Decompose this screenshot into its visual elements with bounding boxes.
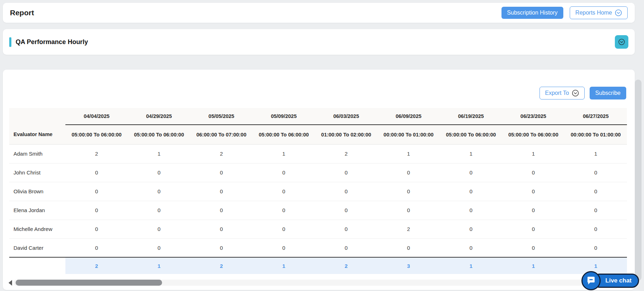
total-cell: 2: [315, 257, 377, 274]
reports-home-label: Reports Home: [575, 10, 612, 16]
value-cell: 0: [253, 163, 315, 182]
value-cell: 0: [502, 163, 565, 182]
report-panel: Export To Subscribe 04/04/202504/29/2025…: [3, 70, 635, 290]
subscription-history-button[interactable]: Subscription History: [501, 7, 563, 19]
value-cell: 0: [65, 201, 128, 220]
value-cell: 0: [315, 163, 377, 182]
horizontal-scrollbar-track[interactable]: [14, 280, 628, 286]
value-cell: 1: [440, 144, 502, 163]
date-header-row: 04/04/202504/29/202505/05/202505/09/2025…: [9, 108, 627, 125]
value-cell: 0: [190, 220, 253, 238]
value-cell: 0: [440, 220, 502, 238]
evaluator-name-cell: Elena Jordan: [9, 201, 65, 220]
value-cell: 0: [502, 238, 565, 257]
value-cell: 0: [128, 238, 190, 257]
value-cell: 0: [564, 201, 627, 220]
value-cell: 2: [65, 144, 128, 163]
value-cell: 0: [440, 182, 502, 201]
value-cell: 0: [502, 220, 565, 238]
table-toolbar: Export To Subscribe: [3, 70, 635, 99]
value-cell: 0: [65, 163, 128, 182]
top-actions: Subscription History Reports Home: [501, 6, 628, 19]
export-to-button[interactable]: Export To: [540, 87, 585, 99]
time-header-row: Evaluator Name 05:00:00 To 06:00:0005:00…: [9, 125, 627, 144]
top-bar: Report Subscription History Reports Home: [3, 3, 635, 23]
evaluator-name-cell: John Christ: [9, 163, 65, 182]
value-cell: 1: [502, 144, 565, 163]
title-accent-bar: [9, 37, 11, 47]
collapse-panel-button[interactable]: [615, 35, 628, 49]
value-cell: 0: [564, 220, 627, 238]
value-cell: 0: [315, 238, 377, 257]
corner-header-cell: [9, 108, 65, 125]
value-cell: 0: [502, 201, 565, 220]
scroll-left-arrow-icon[interactable]: [9, 280, 12, 286]
reports-home-button[interactable]: Reports Home: [570, 6, 628, 19]
value-cell: 1: [253, 144, 315, 163]
evaluator-name-cell: Adam Smith: [9, 144, 65, 163]
chevron-down-circle-icon: [615, 9, 622, 16]
report-title: QA Performance Hourly: [16, 38, 88, 46]
value-cell: 0: [190, 201, 253, 220]
evaluator-name-header: Evaluator Name: [9, 125, 65, 144]
time-header-cell: 01:00:00 To 02:00:00: [315, 125, 377, 144]
value-cell: 0: [128, 182, 190, 201]
value-cell: 1: [377, 144, 440, 163]
value-cell: 0: [65, 220, 128, 238]
qa-performance-table: 04/04/202504/29/202505/05/202505/09/2025…: [9, 108, 627, 274]
table-row: Elena Jordan000000000: [9, 201, 627, 220]
value-cell: 0: [440, 201, 502, 220]
page-title: Report: [10, 9, 34, 17]
total-cell: 1: [128, 257, 190, 274]
table-row: Adam Smith212121111: [9, 144, 627, 163]
date-header-cell: 06/03/2025: [315, 108, 377, 125]
chevron-down-circle-icon: [572, 90, 579, 97]
value-cell: 1: [564, 144, 627, 163]
value-cell: 0: [190, 163, 253, 182]
value-cell: 0: [128, 220, 190, 238]
table-row: John Christ000000000: [9, 163, 627, 182]
value-cell: 0: [253, 238, 315, 257]
date-header-cell: 04/29/2025: [128, 108, 190, 125]
value-cell: 2: [190, 144, 253, 163]
time-header-cell: 05:00:00 To 06:00:00: [502, 125, 565, 144]
value-cell: 0: [253, 201, 315, 220]
value-cell: 0: [315, 220, 377, 238]
live-chat-label: Live chat: [605, 277, 632, 284]
live-chat-widget[interactable]: Live chat: [581, 271, 639, 290]
value-cell: 0: [190, 238, 253, 257]
subscribe-label: Subscribe: [595, 90, 621, 96]
time-header-cell: 05:00:00 To 06:00:00: [440, 125, 502, 144]
time-header-cell: 00:00:00 To 01:00:00: [564, 125, 627, 144]
value-cell: 0: [377, 201, 440, 220]
time-header-cell: 05:00:00 To 06:00:00: [128, 125, 190, 144]
value-cell: 0: [315, 201, 377, 220]
value-cell: 0: [564, 163, 627, 182]
value-cell: 0: [128, 163, 190, 182]
vertical-scrollbar-thumb[interactable]: [635, 80, 642, 281]
value-cell: 0: [128, 201, 190, 220]
evaluator-name-cell: Olivia Brown: [9, 182, 65, 201]
total-cell: 2: [65, 257, 128, 274]
table-row: David Carter000000000: [9, 238, 627, 257]
total-cell: 1: [253, 257, 315, 274]
table-row: Olivia Brown000000000: [9, 182, 627, 201]
time-header-cell: 05:00:00 To 06:00:00: [65, 125, 128, 144]
chat-bubble-icon[interactable]: [581, 271, 601, 290]
date-header-cell: 04/04/2025: [65, 108, 128, 125]
date-header-cell: 05/05/2025: [190, 108, 253, 125]
value-cell: 2: [315, 144, 377, 163]
evaluator-name-cell: Michelle Andrew: [9, 220, 65, 238]
date-header-cell: 06/23/2025: [502, 108, 565, 125]
subscribe-button[interactable]: Subscribe: [590, 87, 626, 99]
value-cell: 0: [65, 182, 128, 201]
value-cell: 0: [253, 182, 315, 201]
horizontal-scrollbar-thumb[interactable]: [16, 280, 162, 286]
date-header-cell: 06/19/2025: [440, 108, 502, 125]
value-cell: 0: [377, 163, 440, 182]
value-cell: 0: [190, 182, 253, 201]
total-cell: 3: [377, 257, 440, 274]
chevron-down-circle-icon: [618, 38, 625, 45]
value-cell: 2: [377, 220, 440, 238]
date-header-cell: 05/09/2025: [253, 108, 315, 125]
